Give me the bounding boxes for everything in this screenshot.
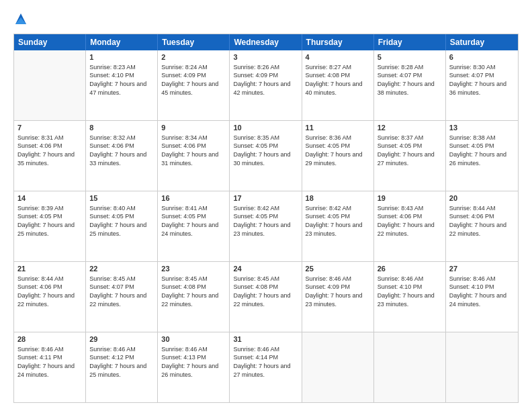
logo-icon <box>14 12 28 27</box>
day-number: 30 <box>161 334 226 345</box>
cell-content: Sunrise: 8:44 AM Sunset: 4:06 PM Dayligh… <box>449 204 515 238</box>
day-number: 18 <box>306 193 370 203</box>
weekday-header: Thursday <box>302 34 374 50</box>
calendar-cell: 24Sunrise: 8:45 AM Sunset: 4:08 PM Dayli… <box>230 262 302 332</box>
calendar-cell: 1Sunrise: 8:23 AM Sunset: 4:10 PM Daylig… <box>86 50 158 120</box>
day-number: 28 <box>17 334 82 345</box>
cell-content: Sunrise: 8:40 AM Sunset: 4:05 PM Dayligh… <box>89 204 154 238</box>
calendar-cell <box>14 50 86 120</box>
calendar-cell: 3Sunrise: 8:26 AM Sunset: 4:09 PM Daylig… <box>230 50 302 120</box>
weekday-header: Tuesday <box>158 34 230 50</box>
cell-content: Sunrise: 8:28 AM Sunset: 4:07 PM Dayligh… <box>378 63 442 97</box>
cell-content: Sunrise: 8:26 AM Sunset: 4:09 PM Dayligh… <box>233 63 298 97</box>
calendar-cell: 2Sunrise: 8:24 AM Sunset: 4:09 PM Daylig… <box>158 50 230 120</box>
day-number: 22 <box>89 264 154 274</box>
calendar-row: 21Sunrise: 8:44 AM Sunset: 4:06 PM Dayli… <box>14 262 518 332</box>
cell-content: Sunrise: 8:35 AM Sunset: 4:05 PM Dayligh… <box>233 134 298 167</box>
day-number: 2 <box>161 52 226 62</box>
cell-content: Sunrise: 8:43 AM Sunset: 4:06 PM Dayligh… <box>378 204 442 238</box>
cell-content: Sunrise: 8:23 AM Sunset: 4:10 PM Dayligh… <box>89 63 154 97</box>
calendar-row: 14Sunrise: 8:39 AM Sunset: 4:05 PM Dayli… <box>14 191 518 262</box>
calendar-row: 28Sunrise: 8:46 AM Sunset: 4:11 PM Dayli… <box>14 332 518 402</box>
calendar-cell: 11Sunrise: 8:36 AM Sunset: 4:05 PM Dayli… <box>302 121 374 191</box>
cell-content: Sunrise: 8:38 AM Sunset: 4:05 PM Dayligh… <box>449 134 515 167</box>
calendar-cell: 25Sunrise: 8:46 AM Sunset: 4:09 PM Dayli… <box>302 262 374 332</box>
svg-marker-1 <box>15 17 26 24</box>
calendar-cell: 8Sunrise: 8:32 AM Sunset: 4:06 PM Daylig… <box>86 121 158 191</box>
day-number: 10 <box>233 123 298 133</box>
cell-content: Sunrise: 8:46 AM Sunset: 4:11 PM Dayligh… <box>17 345 82 379</box>
calendar-cell: 15Sunrise: 8:40 AM Sunset: 4:05 PM Dayli… <box>86 191 158 261</box>
cell-content: Sunrise: 8:45 AM Sunset: 4:07 PM Dayligh… <box>89 275 154 308</box>
calendar-cell: 19Sunrise: 8:43 AM Sunset: 4:06 PM Dayli… <box>374 191 446 261</box>
day-number: 21 <box>17 264 82 274</box>
day-number: 8 <box>89 123 154 133</box>
day-number: 19 <box>378 193 442 203</box>
cell-content: Sunrise: 8:46 AM Sunset: 4:10 PM Dayligh… <box>449 275 515 308</box>
day-number: 27 <box>449 264 515 274</box>
cell-content: Sunrise: 8:46 AM Sunset: 4:12 PM Dayligh… <box>89 345 154 379</box>
calendar-body: 1Sunrise: 8:23 AM Sunset: 4:10 PM Daylig… <box>14 50 518 402</box>
logo-text <box>13 12 28 27</box>
day-number: 23 <box>161 264 226 274</box>
calendar-row: 1Sunrise: 8:23 AM Sunset: 4:10 PM Daylig… <box>14 50 518 121</box>
calendar-cell: 18Sunrise: 8:42 AM Sunset: 4:05 PM Dayli… <box>302 191 374 261</box>
cell-content: Sunrise: 8:34 AM Sunset: 4:06 PM Dayligh… <box>161 134 226 167</box>
cell-content: Sunrise: 8:44 AM Sunset: 4:06 PM Dayligh… <box>17 275 82 308</box>
weekday-header: Monday <box>86 34 158 50</box>
day-number: 1 <box>89 52 154 62</box>
cell-content: Sunrise: 8:41 AM Sunset: 4:05 PM Dayligh… <box>161 204 226 238</box>
day-number: 11 <box>306 123 370 133</box>
calendar-cell: 28Sunrise: 8:46 AM Sunset: 4:11 PM Dayli… <box>14 332 86 402</box>
weekday-header: Sunday <box>14 34 86 50</box>
day-number: 12 <box>378 123 442 133</box>
cell-content: Sunrise: 8:46 AM Sunset: 4:13 PM Dayligh… <box>161 345 226 379</box>
day-number: 4 <box>306 52 370 62</box>
logo <box>13 12 28 27</box>
calendar-cell: 5Sunrise: 8:28 AM Sunset: 4:07 PM Daylig… <box>374 50 446 120</box>
calendar-cell: 20Sunrise: 8:44 AM Sunset: 4:06 PM Dayli… <box>446 191 518 261</box>
calendar-cell: 27Sunrise: 8:46 AM Sunset: 4:10 PM Dayli… <box>446 262 518 332</box>
day-number: 9 <box>161 123 226 133</box>
cell-content: Sunrise: 8:37 AM Sunset: 4:05 PM Dayligh… <box>378 134 442 167</box>
cell-content: Sunrise: 8:45 AM Sunset: 4:08 PM Dayligh… <box>233 275 298 308</box>
calendar-cell: 16Sunrise: 8:41 AM Sunset: 4:05 PM Dayli… <box>158 191 230 261</box>
calendar-cell: 23Sunrise: 8:45 AM Sunset: 4:08 PM Dayli… <box>158 262 230 332</box>
cell-content: Sunrise: 8:30 AM Sunset: 4:07 PM Dayligh… <box>449 63 515 97</box>
day-number: 3 <box>233 52 298 62</box>
cell-content: Sunrise: 8:42 AM Sunset: 4:05 PM Dayligh… <box>306 204 370 238</box>
cell-content: Sunrise: 8:27 AM Sunset: 4:08 PM Dayligh… <box>306 63 370 97</box>
calendar-cell <box>446 332 518 402</box>
cell-content: Sunrise: 8:46 AM Sunset: 4:10 PM Dayligh… <box>378 275 442 308</box>
day-number: 7 <box>17 123 82 133</box>
calendar-cell: 4Sunrise: 8:27 AM Sunset: 4:08 PM Daylig… <box>302 50 374 120</box>
cell-content: Sunrise: 8:46 AM Sunset: 4:14 PM Dayligh… <box>233 345 298 379</box>
day-number: 13 <box>449 123 515 133</box>
page: SundayMondayTuesdayWednesdayThursdayFrid… <box>0 0 532 411</box>
calendar-cell: 17Sunrise: 8:42 AM Sunset: 4:05 PM Dayli… <box>230 191 302 261</box>
calendar-cell: 14Sunrise: 8:39 AM Sunset: 4:05 PM Dayli… <box>14 191 86 261</box>
calendar-cell: 26Sunrise: 8:46 AM Sunset: 4:10 PM Dayli… <box>374 262 446 332</box>
calendar-cell: 7Sunrise: 8:31 AM Sunset: 4:06 PM Daylig… <box>14 121 86 191</box>
day-number: 16 <box>161 193 226 203</box>
calendar-cell: 13Sunrise: 8:38 AM Sunset: 4:05 PM Dayli… <box>446 121 518 191</box>
calendar-row: 7Sunrise: 8:31 AM Sunset: 4:06 PM Daylig… <box>14 121 518 191</box>
calendar-cell: 9Sunrise: 8:34 AM Sunset: 4:06 PM Daylig… <box>158 121 230 191</box>
cell-content: Sunrise: 8:45 AM Sunset: 4:08 PM Dayligh… <box>161 275 226 308</box>
calendar-cell: 21Sunrise: 8:44 AM Sunset: 4:06 PM Dayli… <box>14 262 86 332</box>
calendar-cell: 10Sunrise: 8:35 AM Sunset: 4:05 PM Dayli… <box>230 121 302 191</box>
calendar-cell: 12Sunrise: 8:37 AM Sunset: 4:05 PM Dayli… <box>374 121 446 191</box>
day-number: 15 <box>89 193 154 203</box>
day-number: 5 <box>378 52 442 62</box>
calendar-cell: 31Sunrise: 8:46 AM Sunset: 4:14 PM Dayli… <box>230 332 302 402</box>
calendar-cell: 30Sunrise: 8:46 AM Sunset: 4:13 PM Dayli… <box>158 332 230 402</box>
calendar-cell <box>374 332 446 402</box>
weekday-header: Friday <box>374 34 446 50</box>
day-number: 24 <box>233 264 298 274</box>
weekday-header: Saturday <box>446 34 518 50</box>
header <box>13 12 519 27</box>
cell-content: Sunrise: 8:31 AM Sunset: 4:06 PM Dayligh… <box>17 134 82 167</box>
day-number: 14 <box>17 193 82 203</box>
day-number: 25 <box>306 264 370 274</box>
weekday-header: Wednesday <box>230 34 302 50</box>
